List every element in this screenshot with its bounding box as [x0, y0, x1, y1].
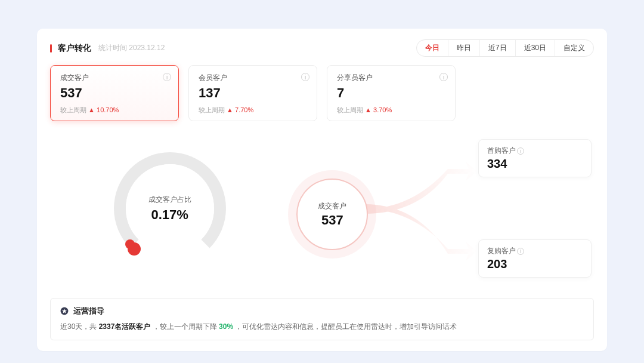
box-label: 复购客户i [487, 246, 583, 256]
first-purchase-box: 首购客户i 334 [478, 139, 592, 177]
info-icon[interactable]: i [163, 73, 171, 81]
node-value: 537 [321, 213, 343, 228]
visualization-row: 成交客户占比 0.17% 成交客户 537 首购客户i 334 [50, 131, 594, 286]
deal-customers-node: 成交客户 537 [296, 179, 368, 250]
card-label: 会员客户 [199, 73, 307, 83]
box-value: 334 [487, 157, 583, 171]
range-30d[interactable]: 近30日 [516, 40, 555, 56]
card-value: 137 [199, 85, 307, 101]
gauge-label: 成交客户占比 [101, 195, 239, 205]
dashboard-panel: 客户转化 统计时间 2023.12.12 今日 昨日 近7日 近30日 自定义 … [37, 29, 607, 351]
card-label: 分享员客户 [337, 73, 445, 83]
page-subtitle: 统计时间 2023.12.12 [98, 43, 165, 53]
card-value: 537 [60, 85, 169, 101]
card-sharer-customers[interactable]: i 分享员客户 7 较上周期 ▲ 3.70% [327, 65, 456, 121]
trend-prefix: 较上周期 [199, 106, 225, 113]
range-7d[interactable]: 近7日 [480, 40, 516, 56]
guidance-box: 运营指导 近30天，共 2337名活跃客户 ，较上一个周期下降 30% ，可优化… [50, 298, 594, 340]
info-icon[interactable]: i [517, 147, 524, 155]
trend-value: ▲ 7.70% [227, 106, 253, 113]
info-icon[interactable]: i [301, 73, 309, 81]
title-accent-bar [50, 44, 52, 53]
guidance-heading: 运营指导 [73, 306, 104, 316]
info-icon[interactable]: i [517, 248, 524, 255]
card-trend: 较上周期 ▲ 7.70% [199, 106, 307, 115]
card-value: 7 [337, 85, 445, 101]
trend-prefix: 较上周期 [60, 106, 86, 113]
drop-pct-strong: 30% [219, 322, 233, 331]
header-row: 客户转化 统计时间 2023.12.12 今日 昨日 近7日 近30日 自定义 [50, 39, 594, 57]
card-trend: 较上周期 ▲ 10.70% [60, 106, 169, 115]
card-member-customers[interactable]: i 会员客户 137 较上周期 ▲ 7.70% [188, 65, 317, 121]
trend-value: ▲ 10.70% [88, 106, 119, 113]
gauge-center: 成交客户占比 0.17% [101, 195, 239, 223]
stat-cards-row: i 成交客户 537 较上周期 ▲ 10.70% i 会员客户 137 较上周期… [50, 65, 594, 121]
card-label: 成交客户 [60, 73, 169, 83]
box-label: 首购客户i [487, 146, 583, 156]
range-custom[interactable]: 自定义 [555, 40, 593, 56]
card-deal-customers[interactable]: i 成交客户 537 较上周期 ▲ 10.70% [50, 65, 179, 121]
gauge: 成交客户占比 0.17% [101, 140, 239, 277]
gauge-value: 0.17% [101, 207, 239, 223]
guidance-heading-row: 运营指导 [60, 306, 584, 316]
active-customers-strong: 2337名活跃客户 [99, 322, 151, 331]
title-area: 客户转化 统计时间 2023.12.12 [50, 43, 165, 54]
svg-point-4 [125, 239, 135, 249]
gauge-container: 成交客户占比 0.17% [50, 131, 289, 286]
flow-arrows [358, 145, 478, 273]
trend-prefix: 较上周期 [337, 106, 363, 113]
page-title: 客户转化 [58, 43, 91, 54]
range-today[interactable]: 今日 [417, 40, 448, 56]
star-badge-icon [60, 307, 69, 315]
info-icon[interactable]: i [439, 73, 448, 81]
date-range-picker: 今日 昨日 近7日 近30日 自定义 [416, 39, 594, 57]
range-yesterday[interactable]: 昨日 [448, 40, 480, 56]
card-trend: 较上周期 ▲ 3.70% [337, 106, 445, 115]
guidance-body: 近30天，共 2337名活跃客户 ，较上一个周期下降 30% ，可优化雷达内容和… [60, 321, 584, 333]
flow-container: 成交客户 537 首购客户i 334 复购客户i 203 [289, 131, 594, 286]
box-value: 203 [487, 257, 583, 271]
node-label: 成交客户 [318, 201, 346, 211]
trend-value: ▲ 3.70% [365, 106, 392, 113]
repurchase-box: 复购客户i 203 [478, 239, 592, 278]
